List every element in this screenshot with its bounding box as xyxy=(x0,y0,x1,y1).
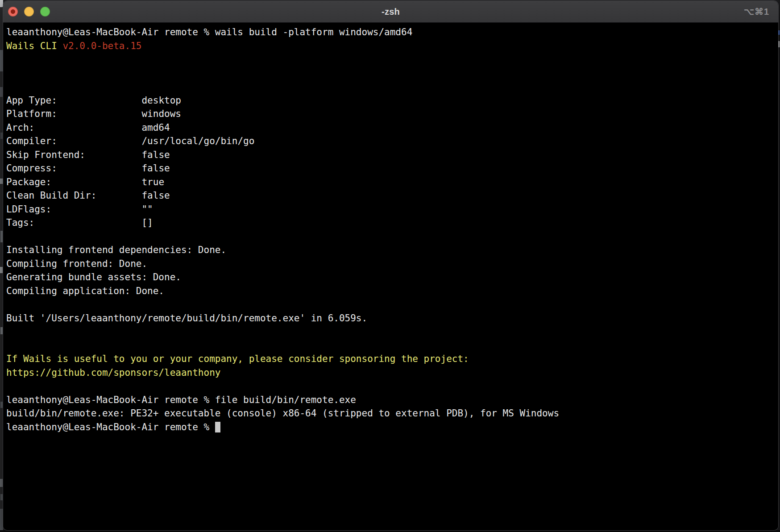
terminal-text: v2.0.0-beta.15 xyxy=(62,41,141,51)
background-fragment xyxy=(0,327,3,334)
background-fragment xyxy=(0,494,3,500)
terminal-text: leaanthony@Leas-MacBook-Air remote % fil… xyxy=(6,395,356,405)
terminal-line: App Type: desktop xyxy=(6,94,775,108)
sponsor-link: https://github.com/sponsors/leaanthony xyxy=(6,367,220,378)
terminal-text: Tags: xyxy=(6,217,34,228)
terminal-text: false xyxy=(141,163,170,174)
background-fragment xyxy=(0,509,3,531)
terminal-cursor xyxy=(215,422,221,432)
terminal-line: LDFlags: "" xyxy=(6,203,775,216)
background-window-sliver-right xyxy=(778,0,780,532)
terminal-text: leaanthony@Leas-MacBook-Air remote % wai… xyxy=(6,27,412,37)
terminal-text: Compiling application: Done. xyxy=(6,286,164,296)
background-fragment xyxy=(0,87,3,97)
terminal-text: LDFlags: xyxy=(6,204,51,215)
titlebar[interactable]: -zsh ⌥⌘1 xyxy=(3,1,778,23)
terminal-line xyxy=(6,298,775,312)
terminal-text: Installing frontend dependencies: Done. xyxy=(6,245,226,255)
terminal-line xyxy=(6,325,775,339)
terminal-text: Compiler: xyxy=(6,136,57,146)
terminal-text: Compress: xyxy=(6,163,57,174)
terminal-line: Compress: false xyxy=(6,162,775,175)
close-button[interactable] xyxy=(8,7,18,17)
terminal-text: Compiling frontend: Done. xyxy=(6,258,147,269)
terminal-line: Package: true xyxy=(6,175,775,189)
terminal-line: Compiling application: Done. xyxy=(6,284,775,298)
terminal-text: true xyxy=(141,177,164,187)
terminal-text: windows xyxy=(141,108,181,119)
terminal-text: Clean Build Dir: xyxy=(6,190,96,201)
desktop: -zsh ⌥⌘1 leaanthony@Leas-MacBook-Air rem… xyxy=(0,0,780,532)
terminal-text: Generating bundle assets: Done. xyxy=(6,272,181,283)
background-fragment xyxy=(0,0,3,7)
terminal-window: -zsh ⌥⌘1 leaanthony@Leas-MacBook-Air rem… xyxy=(3,1,778,530)
terminal-line: leaanthony@Leas-MacBook-Air remote % fil… xyxy=(6,393,775,407)
terminal-text: Platform: xyxy=(6,108,57,119)
terminal-text: /usr/local/go/bin/go xyxy=(141,136,254,146)
terminal-text: [] xyxy=(141,217,153,228)
terminal-line: Compiling frontend: Done. xyxy=(6,257,775,271)
terminal-text: If Wails is useful to you or your compan… xyxy=(6,353,469,364)
terminal-line xyxy=(6,230,775,244)
background-fragment xyxy=(778,41,780,47)
terminal-line: Compiler: /usr/local/go/bin/go xyxy=(6,134,775,148)
terminal-text: App Type: xyxy=(6,95,57,106)
terminal-line: Clean Build Dir: false xyxy=(6,189,775,203)
background-fragment xyxy=(0,50,3,71)
terminal-line: Platform: windows xyxy=(6,107,775,121)
terminal-line xyxy=(6,66,775,80)
background-fragment xyxy=(0,267,3,273)
window-title: -zsh xyxy=(3,7,778,17)
terminal-text: amd64 xyxy=(141,122,170,133)
terminal-text: Built '/Users/leaanthony/remote/build/bi… xyxy=(6,313,367,324)
terminal-text: build/bin/remote.exe: PE32+ executable (… xyxy=(6,408,559,419)
terminal-text: false xyxy=(141,150,170,160)
terminal-line: Skip Frontend: false xyxy=(6,148,775,162)
terminal-line: build/bin/remote.exe: PE32+ executable (… xyxy=(6,407,775,420)
window-shortcut-badge: ⌥⌘1 xyxy=(744,1,769,22)
background-window-sliver-left xyxy=(0,0,3,532)
background-fragment xyxy=(0,133,3,139)
terminal-text: Arch: xyxy=(6,122,34,133)
terminal-line xyxy=(6,339,775,353)
terminal-line: Arch: amd64 xyxy=(6,121,775,135)
background-strip-bottom xyxy=(0,530,780,532)
terminal-line: Installing frontend dependencies: Done. xyxy=(6,243,775,257)
terminal-text: false xyxy=(141,190,170,201)
background-fragment xyxy=(0,231,3,242)
terminal-screen[interactable]: leaanthony@Leas-MacBook-Air remote % wai… xyxy=(3,23,778,530)
terminal-text: Package: xyxy=(6,177,51,187)
terminal-line: Wails CLI v2.0.0-beta.15 xyxy=(6,39,775,53)
terminal-text: Skip Frontend: xyxy=(6,150,85,160)
terminal-line xyxy=(6,379,775,393)
terminal-line: https://github.com/sponsors/leaanthony xyxy=(6,366,775,380)
minimize-button[interactable] xyxy=(24,7,34,17)
terminal-line: leaanthony@Leas-MacBook-Air remote % xyxy=(6,420,775,434)
terminal-line: Tags: [] xyxy=(6,216,775,230)
traffic-lights xyxy=(8,1,50,22)
terminal-text: desktop xyxy=(141,95,181,106)
terminal-line: Built '/Users/leaanthony/remote/build/bi… xyxy=(6,312,775,325)
terminal-line: If Wails is useful to you or your compan… xyxy=(6,352,775,366)
background-fragment xyxy=(0,402,3,408)
background-fragment xyxy=(0,479,3,487)
background-fragment xyxy=(0,179,3,184)
background-fragment xyxy=(778,30,780,35)
terminal-line xyxy=(6,53,775,66)
terminal-text: Wails CLI xyxy=(6,41,62,51)
zoom-button[interactable] xyxy=(40,7,50,17)
terminal-text: "" xyxy=(141,204,153,215)
terminal-line: leaanthony@Leas-MacBook-Air remote % wai… xyxy=(6,25,775,39)
terminal-text: leaanthony@Leas-MacBook-Air remote % xyxy=(6,422,215,432)
terminal-line: Generating bundle assets: Done. xyxy=(6,270,775,284)
terminal-line xyxy=(6,80,775,94)
